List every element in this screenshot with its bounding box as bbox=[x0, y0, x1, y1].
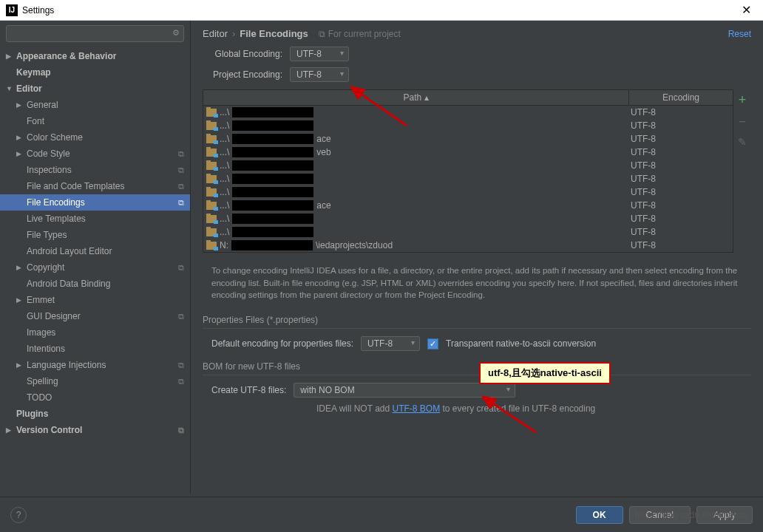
close-icon[interactable]: ✕ bbox=[736, 3, 757, 17]
folder-icon bbox=[206, 162, 217, 170]
main-panel: Editor›File Encodings ⧉For current proje… bbox=[191, 21, 763, 494]
chevron-icon: ▶ bbox=[6, 52, 16, 60]
project-encoding-label: Project Encoding: bbox=[203, 69, 282, 80]
global-encoding-combo[interactable]: UTF-8 bbox=[290, 47, 349, 61]
scope-icon: ⧉ bbox=[178, 149, 184, 159]
folder-icon bbox=[206, 242, 217, 250]
encoding-cell[interactable]: UTF-8 bbox=[626, 107, 730, 117]
sidebar: ▶Appearance & BehaviorKeymap▼Editor▶Gene… bbox=[0, 21, 191, 494]
global-encoding-label: Global Encoding: bbox=[203, 49, 282, 59]
sidebar-item[interactable]: Android Layout Editor bbox=[0, 243, 190, 259]
table-row[interactable]: ...\aceUTF-8 bbox=[203, 199, 733, 212]
default-encoding-label: Default encoding for properties files: bbox=[211, 338, 353, 349]
project-encoding-combo[interactable]: UTF-8 bbox=[290, 67, 349, 82]
col-path[interactable]: Path ▴ bbox=[203, 90, 629, 105]
table-row[interactable]: ...\UTF-8 bbox=[203, 212, 733, 225]
encoding-cell[interactable]: UTF-8 bbox=[626, 214, 730, 224]
sidebar-item-label: Emmet bbox=[27, 295, 55, 305]
breadcrumb: Editor›File Encodings bbox=[203, 28, 308, 39]
properties-header: Properties Files (*.properties) bbox=[203, 315, 751, 329]
utf8-bom-link[interactable]: UTF-8 BOM bbox=[392, 403, 440, 414]
search-input[interactable] bbox=[6, 25, 184, 42]
table-row[interactable]: ...\UTF-8 bbox=[203, 172, 733, 185]
transparent-checkbox[interactable]: ✓ bbox=[427, 338, 438, 349]
create-utf8-combo[interactable]: with NO BOM bbox=[294, 383, 515, 398]
folder-icon bbox=[206, 175, 217, 183]
table-row[interactable]: ...\UTF-8 bbox=[203, 159, 733, 172]
sidebar-item[interactable]: Spelling⧉ bbox=[0, 373, 190, 389]
default-encoding-combo[interactable]: UTF-8 bbox=[361, 336, 420, 351]
scope-icon: ⧉ bbox=[178, 361, 184, 370]
table-row[interactable]: ...\UTF-8 bbox=[203, 119, 733, 132]
scope-icon: ⧉ bbox=[178, 377, 184, 386]
table-row[interactable]: ...\UTF-8 bbox=[203, 106, 733, 119]
encoding-cell[interactable]: UTF-8 bbox=[626, 147, 730, 157]
add-icon[interactable]: + bbox=[739, 92, 747, 108]
sidebar-item[interactable]: ▶General bbox=[0, 97, 190, 113]
sidebar-item-label: Intentions bbox=[27, 344, 65, 354]
redacted-block bbox=[232, 227, 313, 237]
sidebar-item-label: Images bbox=[27, 327, 55, 338]
sidebar-item[interactable]: Intentions bbox=[0, 341, 190, 357]
folder-icon bbox=[206, 228, 217, 236]
help-button[interactable]: ? bbox=[10, 507, 27, 523]
folder-icon bbox=[206, 215, 217, 223]
sidebar-item[interactable]: Android Data Binding bbox=[0, 276, 190, 292]
sidebar-item[interactable]: Plugins bbox=[0, 406, 190, 422]
for-project-label: ⧉For current project bbox=[319, 29, 401, 39]
sidebar-item-label: General bbox=[27, 100, 58, 110]
table-row[interactable]: ...\aceUTF-8 bbox=[203, 132, 733, 146]
scope-icon: ⧉ bbox=[178, 312, 184, 321]
sidebar-item[interactable]: Inspections⧉ bbox=[0, 162, 190, 178]
copy-icon: ⧉ bbox=[319, 29, 325, 39]
sidebar-item-label: Editor bbox=[16, 83, 42, 94]
sidebar-item[interactable]: File Types bbox=[0, 227, 190, 243]
encoding-cell[interactable]: UTF-8 bbox=[626, 134, 730, 144]
sidebar-item[interactable]: ▼Editor bbox=[0, 81, 190, 97]
scope-icon: ⧉ bbox=[178, 182, 184, 191]
sidebar-item[interactable]: Images bbox=[0, 324, 190, 341]
sidebar-item[interactable]: ▶Code Style⧉ bbox=[0, 146, 190, 162]
encoding-cell[interactable]: UTF-8 bbox=[626, 240, 730, 250]
encoding-cell[interactable]: UTF-8 bbox=[626, 120, 730, 131]
window-title: Settings bbox=[22, 5, 54, 16]
encoding-cell[interactable]: UTF-8 bbox=[626, 200, 730, 211]
sidebar-item-label: Plugins bbox=[16, 409, 48, 419]
table-row[interactable]: ...\UTF-8 bbox=[203, 225, 733, 239]
encoding-cell[interactable]: UTF-8 bbox=[626, 174, 730, 184]
encoding-cell[interactable]: UTF-8 bbox=[626, 187, 730, 197]
col-encoding[interactable]: Encoding bbox=[629, 90, 733, 105]
sidebar-item[interactable]: ▶Language Injections⧉ bbox=[0, 357, 190, 373]
sidebar-item-label: Font bbox=[27, 116, 44, 126]
table-row[interactable]: ...\vebUTF-8 bbox=[203, 146, 733, 159]
chevron-icon: ▶ bbox=[16, 296, 27, 304]
folder-icon bbox=[206, 202, 217, 210]
sidebar-item[interactable]: Font bbox=[0, 113, 190, 129]
sidebar-item[interactable]: ▶Appearance & Behavior bbox=[0, 48, 190, 64]
scope-icon: ⧉ bbox=[178, 166, 184, 175]
redacted-block bbox=[232, 120, 313, 131]
encoding-cell[interactable]: UTF-8 bbox=[626, 227, 730, 237]
ok-button[interactable]: OK bbox=[576, 506, 623, 524]
encoding-cell[interactable]: UTF-8 bbox=[626, 160, 730, 171]
sidebar-item[interactable]: File and Code Templates⧉ bbox=[0, 178, 190, 194]
sidebar-item[interactable]: GUI Designer⧉ bbox=[0, 308, 190, 324]
sidebar-item[interactable]: ▶Color Scheme bbox=[0, 129, 190, 146]
reset-link[interactable]: Reset bbox=[728, 29, 751, 39]
sidebar-item[interactable]: ▶Emmet bbox=[0, 292, 190, 308]
table-row[interactable]: ...\UTF-8 bbox=[203, 185, 733, 199]
sidebar-item[interactable]: ▶Copyright⧉ bbox=[0, 259, 190, 276]
sidebar-item-label: GUI Designer bbox=[27, 311, 81, 321]
sidebar-item[interactable]: TODO bbox=[0, 389, 190, 406]
remove-icon: − bbox=[739, 115, 745, 129]
sidebar-item[interactable]: Keymap bbox=[0, 64, 190, 81]
sidebar-item-label: Android Data Binding bbox=[27, 279, 110, 289]
scope-icon: ⧉ bbox=[178, 426, 184, 435]
sidebar-item[interactable]: ▶Version Control⧉ bbox=[0, 422, 190, 438]
titlebar: IJ Settings ✕ bbox=[0, 0, 763, 21]
sidebar-item[interactable]: Live Templates bbox=[0, 211, 190, 227]
table-row[interactable]: N:\iedaprojects\zduodUTF-8 bbox=[203, 239, 733, 252]
redacted-block bbox=[232, 200, 313, 211]
create-utf8-label: Create UTF-8 files: bbox=[211, 385, 286, 395]
sidebar-item[interactable]: File Encodings⧉ bbox=[0, 194, 190, 211]
